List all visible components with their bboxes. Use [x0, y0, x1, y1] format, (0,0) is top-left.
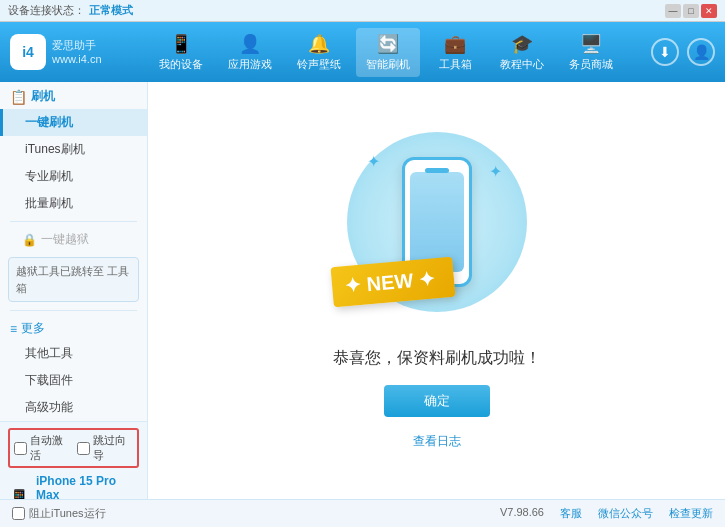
more-section-icon: ≡: [10, 322, 17, 336]
minimize-button[interactable]: —: [665, 4, 681, 18]
nav-ringtone[interactable]: 🔔 铃声壁纸: [287, 28, 351, 77]
user-button[interactable]: 👤: [687, 38, 715, 66]
flash-section-icon: 📋: [10, 89, 27, 105]
new-star-right: ✦: [417, 267, 436, 290]
toolbox-nav-icon: 💼: [444, 33, 466, 55]
sidebar: 📋 刷机 一键刷机 iTunes刷机 专业刷机 批量刷机 🔒 一键越狱 越狱工具…: [0, 82, 148, 499]
device-checkboxes: 自动激活 跳过向导: [8, 428, 139, 468]
phone-screen: [410, 172, 464, 272]
itunes-block-checkbox[interactable]: [12, 507, 25, 520]
window-controls: — □ ✕: [665, 4, 717, 18]
apps-nav-icon: 👤: [239, 33, 261, 55]
sidebar-item-advanced[interactable]: 高级功能: [0, 394, 147, 421]
nav-smart-flash-label: 智能刷机: [366, 57, 410, 72]
confirm-button[interactable]: 确定: [384, 385, 490, 417]
footer-customer-service[interactable]: 客服: [560, 506, 582, 521]
app-footer: 阻止iTunes运行 V7.98.66 客服 微信公众号 检查更新: [0, 499, 725, 527]
status-value: 正常模式: [89, 3, 133, 18]
sidebar-item-jailbreak-disabled: 🔒 一键越狱: [0, 226, 147, 253]
auto-activate-input[interactable]: [14, 442, 27, 455]
auto-activate-label: 自动激活: [30, 433, 71, 463]
new-star-left: ✦: [343, 273, 362, 296]
device-name: iPhone 15 Pro Max: [36, 474, 139, 499]
app-header: i4 爱思助手 www.i4.cn 📱 我的设备 👤 应用游戏 🔔 铃声壁纸 🔄…: [0, 22, 725, 82]
device-section: 自动激活 跳过向导 📱 iPhone 15 Pro Max 512GB iPho…: [0, 421, 147, 499]
sidebar-notice: 越狱工具已跳转至 工具箱: [8, 257, 139, 302]
device-nav-icon: 📱: [170, 33, 192, 55]
nav-smart-flash[interactable]: 🔄 智能刷机: [356, 28, 420, 77]
phone-illustration: ✦ ✦ ✦ ✦ NEW ✦: [347, 132, 527, 332]
skip-guide-checkbox[interactable]: 跳过向导: [77, 433, 134, 463]
lock-icon: 🔒: [22, 233, 37, 247]
main-layout: 📋 刷机 一键刷机 iTunes刷机 专业刷机 批量刷机 🔒 一键越狱 越狱工具…: [0, 82, 725, 499]
nav-apps-games-label: 应用游戏: [228, 57, 272, 72]
logo-text: 爱思助手 www.i4.cn: [52, 38, 102, 67]
sparkle-icon-2: ✦: [489, 162, 502, 181]
sparkle-icon-1: ✦: [367, 152, 380, 171]
maximize-button[interactable]: □: [683, 4, 699, 18]
footer-left: 阻止iTunes运行: [12, 506, 106, 521]
itunes-block-label: 阻止iTunes运行: [29, 506, 106, 521]
flash-section-label: 刷机: [31, 88, 55, 105]
smart-flash-nav-icon: 🔄: [377, 33, 399, 55]
nav-service[interactable]: 🖥️ 务员商城: [559, 28, 623, 77]
nav-my-device[interactable]: 📱 我的设备: [149, 28, 213, 77]
success-message: 恭喜您，保资料刷机成功啦！: [333, 348, 541, 369]
sidebar-item-one-click-flash[interactable]: 一键刷机: [0, 109, 147, 136]
app-logo: i4 爱思助手 www.i4.cn: [10, 34, 102, 70]
logo-icon: i4: [10, 34, 46, 70]
footer-check-update[interactable]: 检查更新: [669, 506, 713, 521]
sidebar-item-pro-flash[interactable]: 专业刷机: [0, 163, 147, 190]
download-button[interactable]: ⬇: [651, 38, 679, 66]
skip-guide-input[interactable]: [77, 442, 90, 455]
view-log-link[interactable]: 查看日志: [413, 433, 461, 450]
device-details: iPhone 15 Pro Max 512GB iPhone: [36, 474, 139, 499]
nav-ringtone-label: 铃声壁纸: [297, 57, 341, 72]
footer-wechat[interactable]: 微信公众号: [598, 506, 653, 521]
footer-right: V7.98.66 客服 微信公众号 检查更新: [500, 506, 713, 521]
nav-toolbox-label: 工具箱: [439, 57, 472, 72]
phone-notch: [425, 168, 449, 173]
nav-toolbox[interactable]: 💼 工具箱: [425, 28, 485, 77]
device-info: 📱 iPhone 15 Pro Max 512GB iPhone: [8, 472, 139, 499]
nav-tutorial[interactable]: 🎓 教程中心: [490, 28, 554, 77]
sidebar-item-itunes-flash[interactable]: iTunes刷机: [0, 136, 147, 163]
version-label: V7.98.66: [500, 506, 544, 521]
tutorial-nav-icon: 🎓: [511, 33, 533, 55]
status-label: 设备连接状态：: [8, 3, 85, 18]
nav-apps-games[interactable]: 👤 应用游戏: [218, 28, 282, 77]
nav-service-label: 务员商城: [569, 57, 613, 72]
header-right-controls: ⬇ 👤: [651, 38, 715, 66]
sidebar-divider-2: [10, 310, 137, 311]
sidebar-divider-1: [10, 221, 137, 222]
more-section-header: ≡ 更多: [0, 315, 147, 340]
sidebar-item-other-tools[interactable]: 其他工具: [0, 340, 147, 367]
window-chrome: 设备连接状态： 正常模式 — □ ✕: [0, 0, 725, 22]
connection-status: 设备连接状态： 正常模式: [8, 3, 133, 18]
success-card: ✦ ✦ ✦ ✦ NEW ✦ 恭喜您，保资料刷机成功啦！ 确定: [333, 132, 541, 450]
nav-tutorial-label: 教程中心: [500, 57, 544, 72]
sidebar-item-download-firmware[interactable]: 下载固件: [0, 367, 147, 394]
close-button[interactable]: ✕: [701, 4, 717, 18]
auto-activate-checkbox[interactable]: 自动激活: [14, 433, 71, 463]
nav-my-device-label: 我的设备: [159, 57, 203, 72]
nav-bar: 📱 我的设备 👤 应用游戏 🔔 铃声壁纸 🔄 智能刷机 💼 工具箱 🎓 教程中心…: [122, 28, 651, 77]
sidebar-item-batch-flash[interactable]: 批量刷机: [0, 190, 147, 217]
service-nav-icon: 🖥️: [580, 33, 602, 55]
ringtone-nav-icon: 🔔: [308, 33, 330, 55]
more-section-label: 更多: [21, 320, 45, 337]
flash-section-header: 📋 刷机: [0, 82, 147, 109]
main-content: ✦ ✦ ✦ ✦ NEW ✦ 恭喜您，保资料刷机成功啦！ 确定: [148, 82, 725, 499]
skip-guide-label: 跳过向导: [93, 433, 134, 463]
device-phone-icon: 📱: [8, 488, 30, 499]
